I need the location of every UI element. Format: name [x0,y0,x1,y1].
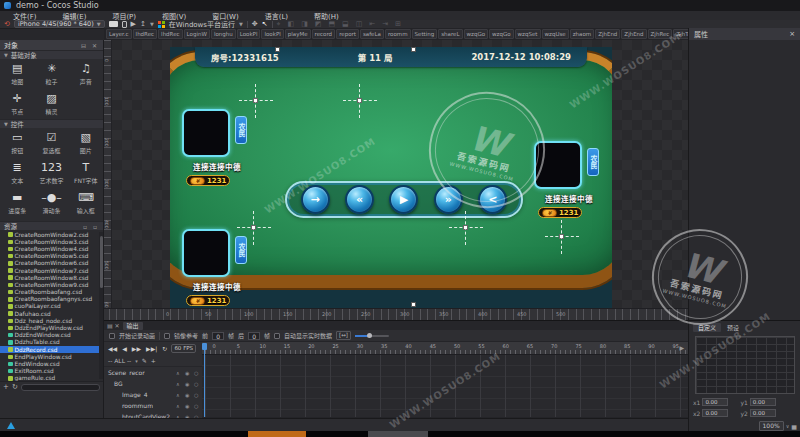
add-icon[interactable]: + [151,357,156,364]
tab-preset-curve[interactable]: 预设 [722,323,744,332]
design-canvas[interactable]: 房号:12331615 第 11 局 2017-12-12 10:08:29 农… [112,40,688,308]
document-tab[interactable]: ZjhRec× [648,29,673,39]
transport-button[interactable]: ↻ [162,345,167,352]
scrollbar-thumb[interactable] [100,236,103,288]
transport-button[interactable]: ▶▶| [146,345,157,352]
widget-palette-item[interactable]: ▭ 按钮 [0,128,34,158]
section-resources[interactable]: 资源 ▫ ▫ [0,221,103,230]
selection-handle[interactable] [411,302,416,307]
align-tool-icon[interactable]: ◩ [315,20,322,28]
document-tab[interactable]: roomm× [385,29,411,39]
replay-button[interactable]: ▶ [389,185,418,214]
resource-file-row[interactable]: CreatRoombaofang.csd [0,289,103,296]
add-resource-button[interactable]: + [3,383,9,391]
tab-output[interactable]: 输出 [123,322,143,330]
frame-ruler[interactable]: 05101520253035404550556065707580859095 ▶ [202,342,688,355]
lock-circle-icon[interactable]: ○ [194,381,198,387]
widget-palette-item[interactable]: ▧ 图片 [69,128,103,158]
auto-display-checkbox[interactable] [274,333,280,339]
refresh-icon[interactable]: ↻ [12,383,18,391]
align-tool-icon[interactable]: ⇤ [369,20,375,28]
document-tab[interactable]: wzqGo× [464,29,489,39]
anchor-cross-handle[interactable] [239,84,273,118]
after-frames-input[interactable]: 0 [248,332,260,340]
playhead[interactable] [204,343,205,417]
object-palette-item[interactable]: ✛ 节点 [0,89,34,119]
cursor-tool-icon[interactable]: ↖ [262,20,268,28]
y2-input[interactable]: 0.00 [750,409,776,417]
menu-item[interactable]: 帮助(H) [301,11,352,21]
resource-file-row[interactable]: CreateRoomWindow3.csd [0,238,103,245]
node-tree-row[interactable]: Image_4 ∧ ◉ ○ [104,389,202,400]
collapse-icon[interactable]: ∧ [176,370,180,376]
anchor-cross-handle[interactable] [449,211,483,245]
object-palette-item[interactable]: ▨ 精灵 [34,89,68,119]
resource-file-row[interactable]: DdzRecord.csd [0,346,103,353]
node-tree-row[interactable]: BG ∧ ◉ ○ [104,378,202,389]
edit-icon[interactable]: ✎ [142,357,147,364]
resource-file-row[interactable]: CreateRoomWindow4.csd [0,245,103,252]
device-select[interactable]: iPhone 4/4S(960 * 640) ▼ [14,20,105,28]
range-icon[interactable]: [↔] [336,331,351,340]
timeline-zoom-slider[interactable] [355,335,389,337]
resource-file-row[interactable]: CreateRoomWindow8.csd [0,274,103,281]
menu-item[interactable]: 项目(P) [99,11,149,21]
resource-file-row[interactable]: cuoPaiLayer.csd [0,303,103,310]
document-tab[interactable]: record× [312,29,336,39]
resource-file-row[interactable]: ExitRoom.csd [0,368,103,375]
tab-overflow-icon[interactable]: ▾ [678,31,681,38]
portrait-icon[interactable] [122,21,127,28]
fps-box[interactable]: 60 FPS [171,344,196,353]
visibility-eye-icon[interactable]: ◉ [185,370,189,376]
selection-handle[interactable] [275,47,280,52]
document-tab[interactable]: playMe× [285,29,311,39]
document-tab[interactable]: wzqSet× [515,29,541,39]
record-animation-checkbox[interactable] [109,333,115,339]
chevron-down-icon[interactable]: ▼ [239,21,243,27]
object-palette-item[interactable]: ▤ 地图 [0,59,34,89]
x2-input[interactable]: 0.00 [702,409,728,417]
player-avatar[interactable] [534,141,582,189]
replay-button[interactable]: » [434,185,463,214]
resource-file-row[interactable]: CreateRoomWindow5.csd [0,253,103,260]
anchor-cross-handle[interactable] [343,84,377,118]
widget-palette-item[interactable]: T FNT字体 [69,158,103,188]
selection-handle[interactable] [411,47,416,52]
transport-button[interactable]: ▶▶ [132,345,141,352]
resource-file-row[interactable]: EndWindow.csd [0,360,103,367]
align-tool-icon[interactable]: ⬒ [328,20,335,28]
before-frames-input[interactable]: 0 [212,332,224,340]
menu-item[interactable]: 编辑(E) [50,11,100,21]
keyframe-grid[interactable] [202,355,688,417]
document-tab[interactable]: shareL× [438,29,462,39]
resource-file-row[interactable]: CreateRoomWindow6.csd [0,260,103,267]
game-scene[interactable]: 房号:12331615 第 11 局 2017-12-12 10:08:29 农… [170,47,612,308]
lock-circle-icon[interactable]: ○ [194,392,198,398]
widget-palette-item[interactable]: –●– 滑动条 [34,188,68,218]
panel-header-icons[interactable]: ⊟ ✕ [81,42,99,49]
resource-file-row[interactable]: CreateRoomWindow2.csd [0,231,103,238]
visibility-eye-icon[interactable]: ◉ [185,392,189,398]
chevron-down-icon[interactable]: ▼ [150,21,154,27]
resource-file-row[interactable]: Ddz_head_node.csd [0,317,103,324]
section-basic-objects[interactable]: ▼ 基础对象 [0,50,103,59]
chevron-down-icon[interactable]: ▾ [135,358,138,364]
transport-button[interactable]: ◀ [122,345,127,352]
widget-palette-item[interactable]: ▬ 进度条 [0,188,34,218]
ruler-scroll-arrow[interactable]: ▶ [679,344,684,351]
player-slot[interactable]: 农民 连接连接中德 ¥ 1231 [178,109,288,201]
node-tree-row[interactable]: roommum ∧ ◉ ○ [104,400,202,411]
align-tool-icon[interactable]: ⊞ [395,20,401,28]
resources-header-icons[interactable]: ▫ ▫ [83,223,99,230]
menu-item[interactable]: 文件(F) [0,11,50,21]
resource-file-row[interactable]: Dafuhao.csd [0,310,103,317]
widget-palette-item[interactable]: ≣ 文本 [0,158,34,188]
replay-button[interactable]: → [301,185,330,214]
undo-icon[interactable]: ⟲ [4,20,10,28]
document-tab[interactable]: wzqUse× [542,29,569,39]
zoom-level-select[interactable]: 100% [759,421,784,431]
chevron-down-icon[interactable]: ∨ [786,423,790,429]
resource-file-row[interactable]: DdzhuTable.csd [0,339,103,346]
visibility-eye-icon[interactable]: ◉ [185,381,189,387]
object-palette-item[interactable]: ✳ 粒子 [34,59,68,89]
